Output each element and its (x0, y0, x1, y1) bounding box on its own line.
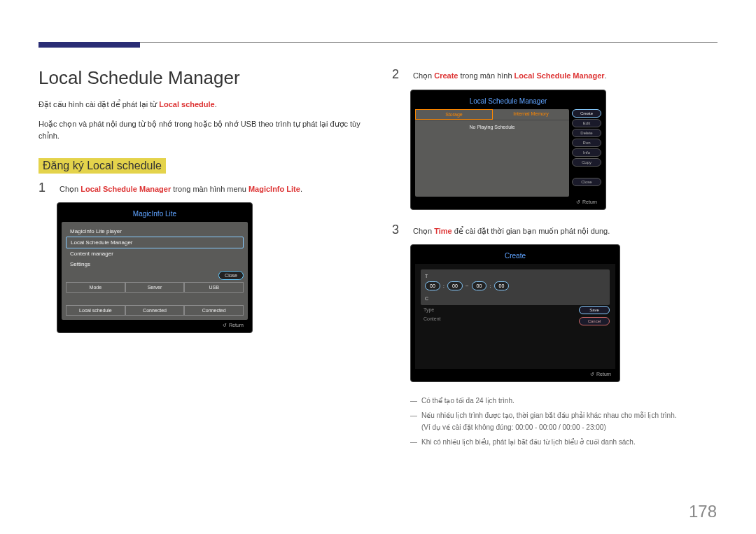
save-button: Save (579, 306, 610, 314)
screenshot-local-schedule-manager: Local Schedule Manager Storage Internal … (410, 90, 606, 210)
return-icon (590, 372, 596, 377)
return-icon (576, 199, 582, 204)
step-number: 2 (392, 67, 405, 83)
side-buttons: Save Cancel (579, 306, 610, 325)
step-text: Chọn Time để cài đặt thời gian bạn muốn … (413, 223, 610, 238)
device-footer: Return (415, 369, 615, 377)
right-column: 2 Chọn Create trong màn hình Local Sched… (392, 67, 718, 451)
cell: Local schedule (66, 305, 125, 316)
note: ―Có thể tạo tối đa 24 lịch trình. (410, 395, 718, 407)
accent-bar (38, 42, 140, 48)
dash-icon: ― (410, 409, 417, 433)
status-row: Mode Server USB (66, 282, 244, 293)
header-row: Storage Internal Memory (415, 109, 569, 120)
step-number: 3 (392, 223, 405, 238)
step-3: 3 Chọn Time để cài đặt thời gian bạn muố… (392, 223, 718, 238)
time-mm2: 00 (494, 281, 510, 290)
note-text: Khi có nhiều lịch biểu, phát lại bắt đầu… (421, 436, 636, 448)
t: trong màn hình (458, 71, 514, 80)
t: Chọn (413, 227, 434, 235)
hl: Create (434, 71, 458, 80)
device-body: MagicInfo Lite player Local Schedule Man… (62, 222, 248, 320)
return-label: Return (229, 323, 244, 328)
page-title: Local Schedule Manager (38, 67, 364, 89)
delete-button: Delete (572, 129, 601, 137)
time-overlay: T 00 : 00 ~ 00 : 00 C (421, 269, 610, 305)
empty-message: No Playing Schedule (415, 120, 569, 134)
storage-label: Storage (415, 109, 493, 120)
colon: : (443, 283, 444, 289)
step-1: 1 Chọn Local Schedule Manager trong màn … (38, 181, 364, 196)
hl: Local Schedule Manager (80, 185, 171, 193)
tilde: ~ (465, 283, 469, 289)
cell: Connected (184, 305, 244, 316)
note-text: Có thể tạo tối đa 24 lịch trình. (421, 395, 514, 407)
create-button: Create (572, 109, 601, 118)
step-number: 1 (38, 181, 51, 196)
k: Content (424, 316, 441, 321)
copy-button: Copy (572, 158, 601, 167)
dash-icon: ― (410, 436, 417, 448)
edit-button: Edit (572, 119, 601, 127)
device-title: MagicInfo Lite (62, 207, 248, 222)
t: trong màn hình menu (171, 185, 248, 193)
dash-icon: ― (410, 395, 417, 407)
hl: Time (434, 227, 451, 235)
device-title: Create (415, 249, 615, 264)
menu-item: Settings (66, 259, 244, 269)
t-label: T (425, 274, 606, 279)
time-hh2: 00 (472, 281, 487, 290)
cancel-button: Cancel (579, 317, 610, 325)
screenshot-create: Create T 00 : 00 ~ 00 : 00 C T (410, 244, 620, 382)
cell: Connected (125, 305, 185, 316)
t: để cài đặt thời gian bạn muốn phát nội d… (452, 227, 610, 235)
device-body: T 00 : 00 ~ 00 : 00 C Type Internal (415, 264, 615, 369)
section-title: Đăng ký Local schedule (38, 158, 166, 174)
step-text: Chọn Create trong màn hình Local Schedul… (413, 67, 607, 83)
intro-text: Đặt cấu hình cài đặt để phát lại từ (38, 100, 159, 108)
c-label: C (425, 296, 606, 301)
note-text: Nếu nhiều lịch trình được tạo, thời gian… (421, 409, 677, 433)
cell: USB (184, 282, 244, 293)
hl: Local Schedule Manager (514, 71, 605, 80)
cell: Mode (66, 282, 125, 293)
menu-item-selected: Local Schedule Manager (66, 237, 244, 248)
time-hh1: 00 (425, 281, 440, 290)
k: Type (424, 307, 434, 312)
left-column: Local Schedule Manager Đặt cấu hình cài … (38, 67, 364, 451)
return-label: Return (582, 199, 597, 204)
intro-line1: Đặt cấu hình cài đặt để phát lại từ Loca… (38, 99, 364, 111)
t: Chọn (59, 185, 80, 193)
info-button: Info (572, 148, 601, 157)
note: ―Nếu nhiều lịch trình được tạo, thời gia… (410, 409, 718, 433)
hl: MagicInfo Lite (248, 185, 300, 193)
return-icon (223, 323, 229, 328)
intro-post: . (215, 100, 217, 108)
t: Chọn (413, 71, 434, 80)
close-button: Close (218, 271, 244, 280)
intro-highlight: Local schedule (159, 100, 214, 108)
time-row: 00 : 00 ~ 00 : 00 (425, 281, 606, 290)
footnotes: ―Có thể tạo tối đa 24 lịch trình. ―Nếu n… (410, 395, 718, 448)
device-body: Storage Internal Memory No Playing Sched… (415, 109, 601, 197)
intro-line2: Hoặc chọn và phát nội dung từ bộ nhớ tro… (38, 118, 364, 143)
step-text: Chọn Local Schedule Manager trong màn hì… (59, 181, 302, 196)
t: . (300, 185, 302, 193)
status-row: Local schedule Connected Connected (66, 305, 244, 316)
cell: Server (125, 282, 185, 293)
colon: : (489, 283, 491, 289)
close-button: Close (572, 178, 601, 186)
main-panel: Storage Internal Memory No Playing Sched… (415, 109, 569, 197)
device-footer: Return (415, 197, 601, 205)
page-top-rule (38, 42, 718, 43)
memory-label: Internal Memory (493, 109, 569, 120)
time-mm1: 00 (447, 281, 463, 290)
screenshot-magicinfo-lite: MagicInfo Lite MagicInfo Lite player Loc… (57, 202, 253, 333)
content-columns: Local Schedule Manager Đặt cấu hình cài … (38, 67, 718, 451)
note: ―Khi có nhiều lịch biểu, phát lại bắt đầ… (410, 436, 718, 448)
run-button: Run (572, 139, 601, 147)
device-footer: Return (62, 320, 248, 328)
menu-item: MagicInfo Lite player (66, 226, 244, 237)
menu-item: Content manager (66, 248, 244, 259)
device-title: Local Schedule Manager (415, 94, 601, 109)
